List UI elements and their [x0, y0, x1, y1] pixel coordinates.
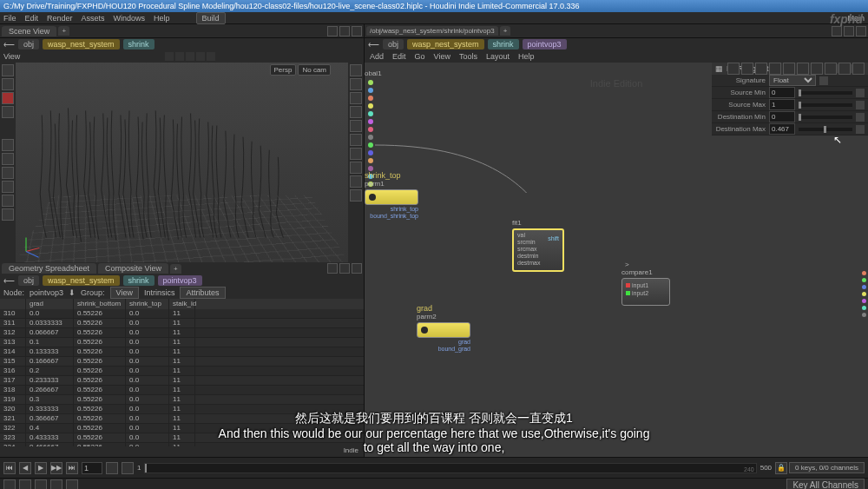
tool-select-icon[interactable] — [2, 64, 14, 76]
vp-icon-c[interactable] — [186, 52, 194, 61]
col-stalk-id[interactable]: stalk_id — [169, 299, 195, 309]
menu-edit[interactable]: Edit — [25, 14, 39, 23]
play-play-icon[interactable]: ▶ — [35, 462, 47, 474]
col-shrink-bottom[interactable]: shrink_bottom — [74, 299, 126, 309]
crumb-obj[interactable]: obj — [18, 39, 39, 50]
col-shrink-top[interactable]: shrink_top — [126, 299, 169, 309]
sbreadcrumb-back-icon[interactable]: ⟵ — [3, 276, 15, 285]
rtool-c-icon[interactable] — [350, 92, 362, 104]
compare-in2[interactable]: input2 — [632, 289, 648, 297]
ntb-h-icon[interactable] — [825, 63, 837, 75]
spread-menu-icon[interactable] — [352, 263, 362, 274]
node-global[interactable]: obal1 — [365, 69, 382, 77]
col-idx[interactable] — [0, 299, 26, 309]
srcmax-gear-icon[interactable] — [856, 101, 865, 109]
signature-gear-icon[interactable] — [819, 76, 828, 85]
table-row[interactable]: 3180.2666670.552260.011 — [0, 386, 364, 395]
pane-pin-icon[interactable] — [327, 26, 338, 36]
rtool-a-icon[interactable] — [350, 64, 362, 76]
scrumb-pointvop[interactable]: pointvop3 — [158, 275, 202, 286]
ntb-b-icon[interactable] — [741, 63, 753, 75]
menu-assets[interactable]: Assets — [82, 14, 105, 23]
play-first-icon[interactable]: ⏮ — [3, 462, 16, 474]
play-last-icon[interactable]: ⏭ — [66, 462, 78, 474]
add-spread-tab[interactable]: + — [170, 264, 181, 274]
scrumb-shrink[interactable]: shrink — [123, 275, 155, 286]
tool-lasso-icon[interactable] — [2, 78, 14, 90]
srcmax-value[interactable]: 1 — [769, 99, 795, 110]
scrumb-wasp[interactable]: wasp_nest_system — [43, 275, 120, 286]
srcmin-slider[interactable] — [799, 91, 852, 95]
tool-handle-icon[interactable] — [2, 92, 14, 104]
grad-out1[interactable]: grad — [417, 339, 470, 346]
node-value[interactable]: pointvop3 — [30, 288, 63, 297]
node-grad[interactable]: grad parm2 grad bound_grad — [417, 304, 470, 353]
timeline-start[interactable]: 1 — [137, 464, 141, 472]
tl2-b-icon[interactable] — [19, 479, 31, 490]
spread-pin-icon[interactable] — [327, 263, 338, 274]
tl2-a-icon[interactable] — [3, 479, 16, 490]
ntb-e-icon[interactable] — [783, 63, 795, 75]
intrinsics-label[interactable]: Intrinsics — [144, 288, 175, 297]
tool-f-icon[interactable] — [2, 208, 14, 221]
tool-b-icon[interactable] — [2, 153, 14, 165]
breadcrumb-back-icon[interactable]: ⟵ — [3, 40, 15, 49]
crumb-shrink[interactable]: shrink — [123, 39, 155, 50]
destmax-value[interactable]: 0.467 — [769, 123, 795, 135]
table-row[interactable]: 3120.0666670.552260.011 — [0, 328, 364, 338]
add-pane-tab[interactable]: + — [58, 26, 69, 36]
ncrumb-shrink[interactable]: shrink — [488, 39, 519, 50]
ntb-g-icon[interactable] — [811, 63, 823, 75]
rtool-h-icon[interactable] — [350, 162, 362, 174]
fit-in-srcmin[interactable]: srcmin — [517, 239, 540, 246]
net-add[interactable]: Add — [370, 52, 384, 61]
srcmin-gear-icon[interactable] — [856, 89, 865, 97]
fit-in-val[interactable]: val — [517, 232, 540, 239]
ncrumb-wasp[interactable]: wasp_nest_system — [407, 39, 484, 50]
srcmax-slider[interactable] — [799, 103, 852, 107]
net-go[interactable]: Go — [415, 52, 425, 61]
menu-windows[interactable]: Windows — [114, 14, 146, 23]
tool-e-icon[interactable] — [2, 195, 14, 207]
table-row[interactable]: 3170.2333330.552260.011 — [0, 376, 364, 386]
ntb-i-icon[interactable] — [838, 63, 851, 75]
tool-c-icon[interactable] — [2, 167, 14, 179]
sceneview-tab[interactable]: Scene View — [2, 26, 56, 36]
vp-icon-b[interactable] — [175, 52, 184, 61]
timeline-track[interactable]: 240 — [144, 463, 756, 473]
vp-icon-a[interactable] — [165, 52, 174, 61]
tool-a-icon[interactable] — [2, 139, 14, 151]
net-layout[interactable]: Layout — [486, 52, 510, 61]
network-path-tab[interactable]: /obj/wasp_nest_system/shrink/pointvop3 — [366, 26, 498, 36]
net-pin-icon[interactable] — [832, 26, 842, 36]
node-compare1[interactable]: > compare1 input1 input2 — [621, 261, 670, 306]
fit-in-srcmax[interactable]: srcmax — [517, 246, 540, 253]
destmin-gear-icon[interactable] — [856, 113, 865, 122]
menu-file[interactable]: File — [3, 14, 16, 23]
vp-icon-d[interactable] — [196, 52, 205, 61]
rtool-b-icon[interactable] — [350, 78, 362, 90]
rtool-f-icon[interactable] — [350, 134, 362, 146]
pane-max-icon[interactable] — [339, 26, 350, 36]
viewport-3d[interactable]: Persp No cam — [16, 63, 348, 262]
tool-d-icon[interactable] — [2, 181, 14, 193]
ntb-f-icon[interactable] — [797, 63, 809, 75]
pane-menu-icon[interactable] — [352, 26, 362, 36]
col-grad[interactable]: grad — [26, 299, 74, 309]
rtool-g-icon[interactable] — [350, 148, 362, 160]
net-view[interactable]: View — [434, 52, 450, 61]
tl-a-icon[interactable] — [106, 462, 118, 474]
table-row[interactable]: 3160.20.552260.011 — [0, 367, 364, 376]
grad-out2[interactable]: bound_grad — [417, 346, 470, 353]
table-row[interactable]: 3190.30.552260.011 — [0, 395, 364, 405]
composite-tab[interactable]: Composite View — [98, 263, 168, 274]
shrink-top-out2[interactable]: bound_shrink_top — [365, 213, 418, 220]
ntb-a-icon[interactable] — [727, 63, 740, 75]
destmin-value[interactable]: 0 — [769, 111, 795, 122]
tool-move-icon[interactable] — [2, 106, 14, 118]
add-net-tab[interactable]: + — [500, 26, 511, 36]
rtool-i-icon[interactable] — [350, 175, 362, 188]
tl2-c-icon[interactable] — [35, 479, 47, 490]
view-button[interactable]: View — [110, 287, 139, 299]
rtool-d-icon[interactable] — [350, 106, 362, 118]
